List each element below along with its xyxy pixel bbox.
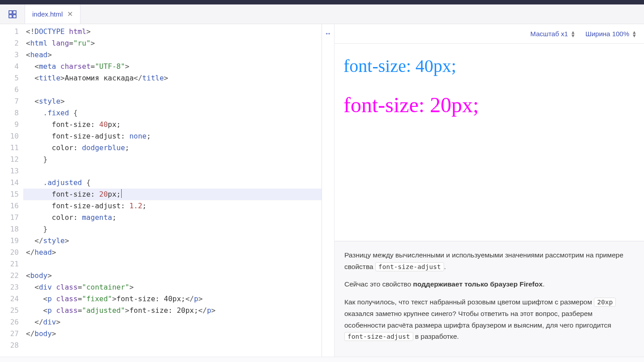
zoom-selector[interactable]: Масштаб x1 ▴▾: [530, 30, 575, 38]
code-line[interactable]: </div>: [26, 316, 322, 328]
app-titlebar: [0, 0, 644, 4]
code-line[interactable]: <title>Анатомия каскада</title>: [26, 72, 322, 84]
notes-text: .: [542, 280, 544, 288]
notes-text: в разработке.: [413, 333, 459, 340]
editor-pane: 1234567891011121314151617181920212223242…: [0, 24, 322, 357]
code-line[interactable]: <p class="fixed">font-size: 40px;</p>: [26, 293, 322, 305]
preview-text-fixed: font-size: 40px;: [343, 55, 635, 76]
code-line[interactable]: }: [26, 223, 322, 235]
code-line[interactable]: font-size: 20px;: [23, 189, 322, 200]
svg-rect-1: [13, 11, 16, 14]
code-line[interactable]: }: [26, 154, 322, 165]
code-line[interactable]: [26, 340, 322, 351]
notes-paragraph: Разницу между вычисленными и используемы…: [344, 249, 634, 272]
close-icon[interactable]: ✕: [67, 10, 73, 18]
preview-toolbar: Масштаб x1 ▴▾ Ширина 100% ▴▾: [335, 24, 644, 44]
code-chip: font-size-adjust: [344, 332, 413, 341]
preview-pane: Масштаб x1 ▴▾ Ширина 100% ▴▾ font-size: …: [335, 24, 644, 357]
code-line[interactable]: color: magenta;: [26, 212, 322, 223]
resize-handle[interactable]: ↔: [322, 24, 335, 357]
code-line[interactable]: .fixed {: [26, 107, 322, 119]
code-line[interactable]: <div class="container">: [26, 282, 322, 293]
preview-viewport: font-size: 40px; font-size: 20px;: [335, 44, 644, 241]
code-editor[interactable]: <!DOCTYPE html><html lang="ru"><head> <m…: [23, 24, 322, 357]
notes-text: Как получилось, что текст набранный розо…: [344, 298, 594, 306]
notes-paragraph: Сейчас это свойство поддерживает только …: [344, 278, 634, 290]
tab-index-html[interactable]: index.html ✕: [25, 4, 80, 24]
code-line[interactable]: <p class="adjusted">font-size: 20px;</p>: [26, 305, 322, 316]
code-chip: 20xp: [594, 298, 616, 307]
code-line[interactable]: font-size-adjust: 1.2;: [26, 200, 322, 212]
status-bar: [0, 357, 644, 362]
code-line[interactable]: [26, 258, 322, 270]
main-split: 1234567891011121314151617181920212223242…: [0, 24, 644, 357]
code-line[interactable]: <html lang="ru">: [26, 38, 322, 49]
code-line[interactable]: [26, 84, 322, 96]
tab-bar: index.html ✕: [0, 4, 644, 24]
notes-paragraph: Как получилось, что текст набранный розо…: [344, 296, 634, 342]
notes-text: оказался заметно крупнее синего? Чтобы о…: [344, 310, 611, 329]
notes-panel: Разницу между вычисленными и используемы…: [335, 241, 644, 357]
code-line[interactable]: </style>: [26, 235, 322, 247]
sort-icon: ▴▾: [633, 30, 636, 38]
svg-rect-0: [9, 11, 12, 14]
code-line[interactable]: <style>: [26, 96, 322, 107]
code-line[interactable]: color: dodgerblue;: [26, 142, 322, 154]
code-line[interactable]: font-size: 40px;: [26, 119, 322, 130]
line-gutter: 1234567891011121314151617181920212223242…: [0, 24, 23, 357]
code-line[interactable]: </body>: [26, 328, 322, 340]
code-line[interactable]: <head>: [26, 49, 322, 61]
tab-filename: index.html: [32, 10, 63, 18]
resize-icon: ↔: [325, 29, 332, 38]
code-line[interactable]: <meta charset="UTF-8">: [26, 61, 322, 72]
width-label: Ширина 100%: [585, 30, 629, 38]
notes-text: .: [444, 263, 446, 270]
notes-text: Сейчас это свойство: [344, 280, 413, 288]
code-line[interactable]: font-size-adjust: none;: [26, 130, 322, 142]
code-chip: font-size-adjust: [375, 262, 444, 271]
code-line[interactable]: [26, 165, 322, 177]
width-selector[interactable]: Ширина 100% ▴▾: [585, 30, 636, 38]
zoom-label: Масштаб x1: [530, 30, 568, 38]
svg-rect-2: [9, 15, 12, 18]
code-line[interactable]: <!DOCTYPE html>: [26, 26, 322, 38]
code-line[interactable]: </head>: [26, 247, 322, 258]
sort-icon: ▴▾: [572, 30, 575, 38]
preview-text-adjusted: font-size: 20px;: [343, 93, 635, 117]
svg-rect-3: [13, 15, 16, 18]
notes-bold: поддерживает только браузер Firefox: [413, 280, 543, 288]
code-line[interactable]: .adjusted {: [26, 177, 322, 189]
code-line[interactable]: <body>: [26, 270, 322, 282]
layout-icon[interactable]: [0, 4, 25, 24]
